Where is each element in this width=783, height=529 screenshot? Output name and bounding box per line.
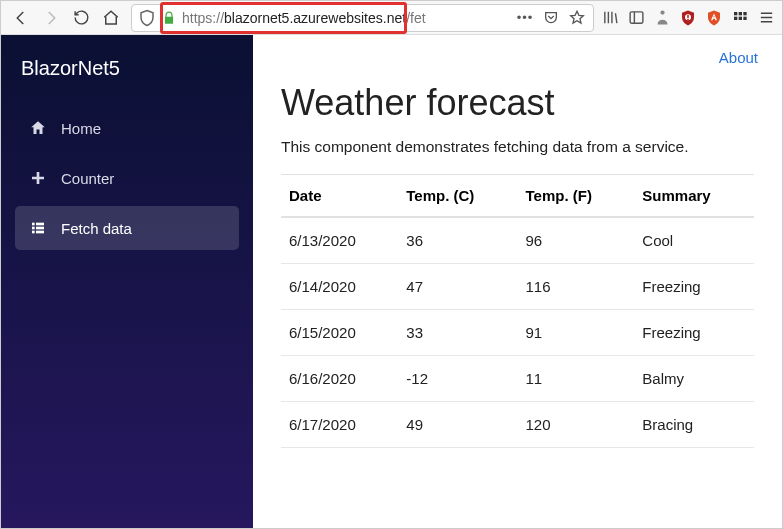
svg-rect-11 bbox=[32, 223, 35, 226]
cell-date: 6/17/2020 bbox=[281, 402, 398, 448]
svg-rect-10 bbox=[743, 16, 746, 19]
svg-rect-14 bbox=[36, 227, 44, 230]
brand-title: BlazorNet5 bbox=[1, 35, 253, 106]
svg-point-1 bbox=[660, 10, 664, 14]
pocket-icon[interactable] bbox=[541, 8, 561, 28]
sidebar-item-label: Home bbox=[61, 120, 101, 137]
svg-rect-7 bbox=[743, 12, 746, 15]
table-row: 6/14/2020 47 116 Freezing bbox=[281, 264, 754, 310]
page-lead: This component demonstrates fetching dat… bbox=[281, 138, 754, 156]
cell-summary: Freezing bbox=[634, 310, 754, 356]
svg-rect-4 bbox=[687, 18, 689, 20]
cell-temp-f: 116 bbox=[518, 264, 635, 310]
sidebar-item-label: Fetch data bbox=[61, 220, 132, 237]
cell-date: 6/14/2020 bbox=[281, 264, 398, 310]
sidebar-item-label: Counter bbox=[61, 170, 114, 187]
cell-summary: Balmy bbox=[634, 356, 754, 402]
bookmark-star-icon[interactable] bbox=[567, 8, 587, 28]
sidebar-toggle-icon[interactable] bbox=[626, 8, 646, 28]
cell-summary: Cool bbox=[634, 217, 754, 264]
reload-button[interactable] bbox=[67, 4, 95, 32]
sidebar-item-fetch-data[interactable]: Fetch data bbox=[15, 206, 239, 250]
sidebar-nav: Home Counter Fetch data bbox=[1, 106, 253, 250]
svg-rect-13 bbox=[32, 227, 35, 230]
svg-rect-15 bbox=[32, 231, 35, 234]
tracking-shield-icon[interactable] bbox=[138, 9, 156, 27]
cell-summary: Freezing bbox=[634, 264, 754, 310]
home-button[interactable] bbox=[97, 4, 125, 32]
svg-rect-6 bbox=[739, 12, 742, 15]
url-text: https://blazornet5.azurewebsites.net/fet bbox=[182, 10, 426, 26]
plus-icon bbox=[29, 169, 47, 187]
cell-temp-f: 120 bbox=[518, 402, 635, 448]
main-content: About Weather forecast This component de… bbox=[253, 35, 782, 528]
svg-rect-8 bbox=[734, 16, 737, 19]
cell-temp-c: -12 bbox=[398, 356, 517, 402]
cell-temp-f: 11 bbox=[518, 356, 635, 402]
list-icon bbox=[29, 219, 47, 237]
table-row: 6/15/2020 33 91 Freezing bbox=[281, 310, 754, 356]
sidebar-item-counter[interactable]: Counter bbox=[15, 156, 239, 200]
library-icon[interactable] bbox=[600, 8, 620, 28]
svg-rect-3 bbox=[687, 15, 689, 18]
table-row: 6/16/2020 -12 11 Balmy bbox=[281, 356, 754, 402]
col-temp-f: Temp. (F) bbox=[518, 175, 635, 218]
cell-temp-c: 47 bbox=[398, 264, 517, 310]
cell-date: 6/16/2020 bbox=[281, 356, 398, 402]
sidebar-item-home[interactable]: Home bbox=[15, 106, 239, 150]
cell-temp-c: 49 bbox=[398, 402, 517, 448]
home-icon bbox=[29, 119, 47, 137]
cell-temp-f: 96 bbox=[518, 217, 635, 264]
url-bar[interactable]: https://blazornet5.azurewebsites.net/fet… bbox=[131, 4, 594, 32]
cell-date: 6/15/2020 bbox=[281, 310, 398, 356]
svg-rect-9 bbox=[739, 16, 742, 19]
cell-summary: Bracing bbox=[634, 402, 754, 448]
sidebar: BlazorNet5 Home Counter Fetch data bbox=[1, 35, 253, 528]
col-summary: Summary bbox=[634, 175, 754, 218]
table-header-row: Date Temp. (C) Temp. (F) Summary bbox=[281, 175, 754, 218]
svg-rect-16 bbox=[36, 231, 44, 234]
cell-temp-c: 33 bbox=[398, 310, 517, 356]
col-date: Date bbox=[281, 175, 398, 218]
about-link[interactable]: About bbox=[719, 49, 758, 66]
page-title: Weather forecast bbox=[281, 82, 754, 124]
cell-temp-c: 36 bbox=[398, 217, 517, 264]
menu-icon[interactable] bbox=[756, 8, 776, 28]
forward-button[interactable] bbox=[37, 4, 65, 32]
back-button[interactable] bbox=[7, 4, 35, 32]
cell-temp-f: 91 bbox=[518, 310, 635, 356]
extension-icon[interactable] bbox=[652, 8, 672, 28]
svg-rect-12 bbox=[36, 223, 44, 226]
browser-toolbar: https://blazornet5.azurewebsites.net/fet… bbox=[1, 1, 782, 35]
adblock-icon[interactable] bbox=[704, 8, 724, 28]
svg-rect-0 bbox=[630, 12, 643, 23]
apps-grid-icon[interactable] bbox=[730, 8, 750, 28]
col-temp-c: Temp. (C) bbox=[398, 175, 517, 218]
ublock-icon[interactable] bbox=[678, 8, 698, 28]
lock-icon[interactable] bbox=[162, 11, 176, 25]
table-row: 6/17/2020 49 120 Bracing bbox=[281, 402, 754, 448]
page-actions-icon[interactable]: ••• bbox=[515, 8, 535, 28]
svg-rect-5 bbox=[734, 12, 737, 15]
table-row: 6/13/2020 36 96 Cool bbox=[281, 217, 754, 264]
cell-date: 6/13/2020 bbox=[281, 217, 398, 264]
topbar: About bbox=[253, 35, 782, 66]
forecast-table: Date Temp. (C) Temp. (F) Summary 6/13/20… bbox=[281, 174, 754, 448]
